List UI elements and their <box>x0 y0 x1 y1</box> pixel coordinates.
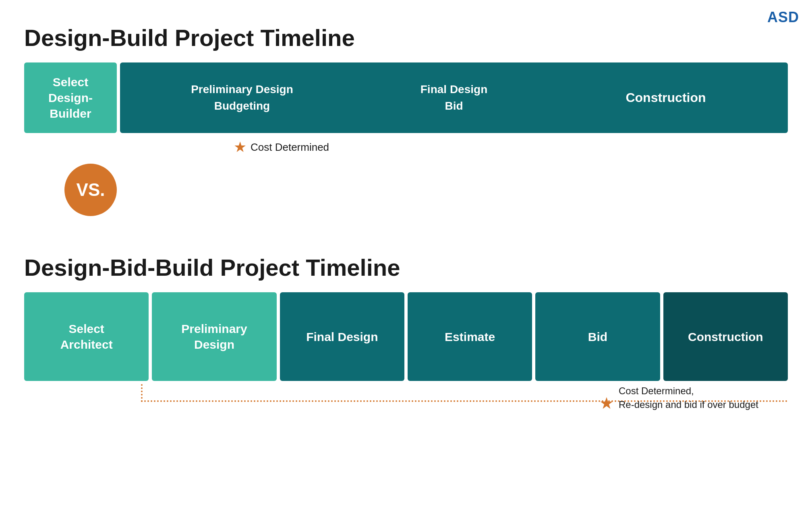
dbb-dotted-vertical <box>141 384 143 402</box>
db-select-box: SelectDesign-Builder <box>24 62 117 133</box>
db-budgeting-label: Budgeting <box>136 99 348 113</box>
dbb-title: Design-Bid-Build Project Timeline <box>24 254 788 281</box>
dbb-phase-bid: Bid <box>535 292 660 381</box>
dbb-cost-label: Cost Determined, Re-design and bid if ov… <box>619 384 788 411</box>
db-select-label: SelectDesign-Builder <box>34 74 107 121</box>
db-combined-box: Preliminary Design Final Design Construc… <box>120 62 788 133</box>
design-build-title: Design-Build Project Timeline <box>24 24 788 51</box>
dbb-phase-prelim-design: PreliminaryDesign <box>152 292 276 381</box>
dbb-timeline: SelectArchitect PreliminaryDesign Final … <box>24 292 788 381</box>
db-combined-grid: Preliminary Design Final Design Construc… <box>136 82 772 113</box>
db-cost-determined: ★ Cost Determined <box>234 139 788 156</box>
logo: ASD <box>767 9 799 26</box>
db-star-icon: ★ <box>234 139 246 156</box>
dbb-star-icon: ★ <box>599 394 614 412</box>
vs-circle: VS. <box>64 164 117 216</box>
dbb-phase-select-architect: SelectArchitect <box>24 292 149 381</box>
design-build-section: Design-Build Project Timeline SelectDesi… <box>24 24 788 216</box>
db-final-label: Final Design <box>348 82 560 97</box>
vs-label: VS. <box>77 180 105 200</box>
dbb-phase-final-design: Final Design <box>280 292 404 381</box>
design-build-timeline: SelectDesign-Builder Preliminary Design … <box>24 62 788 133</box>
db-construction-label: Construction <box>560 82 772 113</box>
db-bid-label: Bid <box>348 99 560 113</box>
dbb-dotted-container: ★ Cost Determined, Re-design and bid if … <box>24 384 788 416</box>
db-prelim-label: Preliminary Design <box>136 82 348 97</box>
db-cost-label: Cost Determined <box>251 141 329 154</box>
design-bid-build-section: Design-Bid-Build Project Timeline Select… <box>24 254 788 416</box>
dbb-phase-estimate: Estimate <box>408 292 532 381</box>
dbb-phase-construction: Construction <box>663 292 788 381</box>
